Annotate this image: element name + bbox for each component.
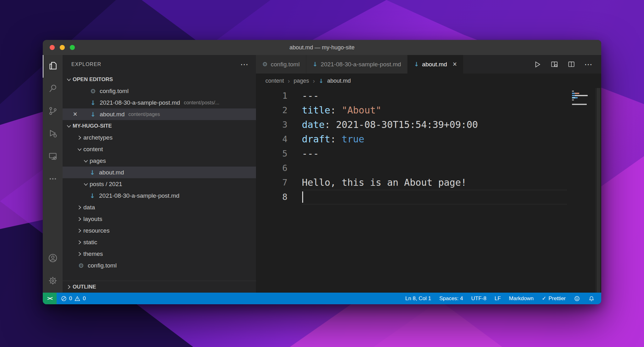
status-bar-right: Ln 8, Col 1 Spaces: 4 UTF-8 LF Markdown … [401, 293, 601, 304]
line-number: 1 [256, 89, 287, 103]
line-number: 6 [256, 161, 287, 175]
ellipsis-icon [48, 174, 58, 185]
feedback-smiley-icon [574, 295, 580, 302]
tab-about-md[interactable]: ↓ about.md × [408, 55, 464, 74]
scrollbar-thumb[interactable] [597, 88, 600, 293]
bell-icon [588, 295, 595, 302]
gear-file-icon: ⚙ [77, 262, 85, 269]
gear-file-icon: ⚙ [262, 61, 268, 67]
search-icon [48, 83, 58, 95]
code-line[interactable]: 5 --- [256, 146, 569, 161]
open-editors-label: OPEN EDITORS [73, 76, 113, 83]
tree-item-posts-2021[interactable]: posts / 2021 [63, 178, 256, 190]
activity-more-views-button[interactable] [43, 168, 63, 191]
tab-config-toml[interactable]: ⚙ config.toml [256, 55, 306, 74]
split-editor-button[interactable] [567, 60, 575, 69]
code-line[interactable]: 6 [256, 161, 569, 175]
tree-item-about-md[interactable]: ↓ about.md [63, 167, 256, 178]
open-preview-button[interactable] [550, 60, 558, 69]
problems-indicator[interactable]: 0 0 [57, 293, 90, 304]
tree-item-content[interactable]: content [63, 143, 256, 155]
activity-search-button[interactable] [43, 78, 63, 100]
markdown-file-icon: ↓ [313, 61, 318, 67]
remote-indicator[interactable]: >< [43, 293, 57, 304]
zoom-window-button[interactable] [70, 45, 75, 50]
editor[interactable]: 1 --- 2 title: "About" 3 date: 2021-08-3… [256, 88, 569, 293]
tree-item-layouts[interactable]: layouts [63, 213, 256, 225]
close-window-button[interactable] [50, 45, 55, 50]
open-editors-header[interactable]: OPEN EDITORS [63, 74, 256, 85]
open-editor-path: content/pages [128, 112, 160, 117]
chevron-right-icon [76, 228, 83, 234]
code-line[interactable]: 3 date: 2021-08-30T15:54:39+09:00 [256, 118, 569, 132]
gear-file-icon: ⚙ [89, 88, 97, 94]
line-number: 3 [256, 118, 287, 132]
activity-explorer-button[interactable] [43, 55, 63, 78]
open-editor-about-md[interactable]: × ↓ about.md content/pages [63, 108, 256, 120]
chevron-down-icon [76, 146, 83, 152]
tree-item-sample-post[interactable]: ↓ 2021-08-30-a-sample-post.md [63, 190, 256, 201]
chevron-down-icon [82, 181, 90, 187]
warning-icon [74, 295, 80, 302]
close-icon[interactable]: × [453, 61, 457, 68]
code-line[interactable]: 2 title: "About" [256, 103, 569, 118]
chevron-down-icon [82, 158, 90, 164]
chevron-down-icon [65, 123, 73, 129]
workspace-root-header[interactable]: MY-HUGO-SITE [63, 120, 256, 132]
breadcrumb-item[interactable]: about.md [327, 78, 351, 84]
tree-item-data[interactable]: data [63, 201, 256, 213]
cursor-position-indicator[interactable]: Ln 8, Col 1 [401, 293, 435, 304]
activity-run-debug-button[interactable] [43, 123, 63, 146]
vertical-scrollbar[interactable] [595, 88, 601, 293]
text-cursor [302, 191, 303, 203]
markdown-file-icon: ↓ [88, 169, 97, 176]
activity-remote-explorer-button[interactable] [43, 146, 63, 168]
tree-item-label: content [83, 146, 103, 153]
tab-sample-post[interactable]: ↓ 2021-08-30-a-sample-post.md [306, 55, 408, 74]
files-icon [48, 61, 58, 72]
accounts-button[interactable] [43, 247, 63, 270]
encoding-indicator[interactable]: UTF-8 [467, 293, 491, 304]
markdown-file-icon: ↓ [414, 61, 419, 67]
chevron-right-icon [76, 204, 83, 211]
outline-header[interactable]: OUTLINE [63, 281, 256, 293]
tree-item-label: archetypes [83, 134, 113, 141]
code-line[interactable]: 1 --- [256, 89, 569, 103]
tree-item-resources[interactable]: resources [63, 225, 256, 236]
editor-group: ⚙ config.toml ↓ 2021-08-30-a-sample-post… [256, 55, 601, 293]
markdown-file-icon: ↓ [89, 100, 97, 106]
sidebar-explorer: EXPLORER ⋯ OPEN EDITORS ⚙ config.toml ↓ … [63, 55, 256, 293]
code-line[interactable]: 4 draft: true [256, 132, 569, 146]
code-line-current[interactable]: 8 [256, 190, 569, 204]
eol-indicator[interactable]: LF [491, 293, 505, 304]
feedback-button[interactable] [570, 293, 584, 304]
minimize-window-button[interactable] [60, 45, 65, 50]
titlebar[interactable]: about.md — my-hugo-site [43, 40, 601, 55]
remote-explorer-icon [48, 151, 58, 162]
minimap[interactable] [569, 88, 595, 293]
error-icon [61, 295, 67, 302]
account-icon [48, 253, 58, 264]
activity-source-control-button[interactable] [43, 100, 63, 123]
tree-item-pages[interactable]: pages [63, 155, 256, 167]
tree-item-archetypes[interactable]: archetypes [63, 132, 256, 143]
breadcrumb-item[interactable]: pages [294, 78, 309, 84]
code-line[interactable]: 7 Hello, this is an About page! [256, 175, 569, 190]
formatter-indicator[interactable]: ✓ Prettier [538, 293, 570, 304]
tree-item-config-toml[interactable]: ⚙ config.toml [63, 260, 256, 271]
indentation-indicator[interactable]: Spaces: 4 [435, 293, 467, 304]
open-editor-config-toml[interactable]: ⚙ config.toml [63, 85, 256, 97]
line-number: 2 [256, 103, 287, 118]
tree-item-label: data [83, 204, 95, 211]
close-icon[interactable]: × [71, 111, 79, 118]
tree-item-static[interactable]: static [63, 236, 256, 248]
breadcrumb-item[interactable]: content [265, 78, 284, 84]
settings-button[interactable] [43, 270, 63, 293]
open-editor-sample-post[interactable]: ↓ 2021-08-30-a-sample-post.md content/po… [63, 97, 256, 108]
error-count: 0 [69, 295, 72, 302]
tree-item-themes[interactable]: themes [63, 248, 256, 260]
notifications-button[interactable] [584, 293, 599, 304]
run-button[interactable] [533, 60, 541, 69]
language-mode-indicator[interactable]: Markdown [505, 293, 538, 304]
tree-item-label: layouts [83, 216, 102, 223]
